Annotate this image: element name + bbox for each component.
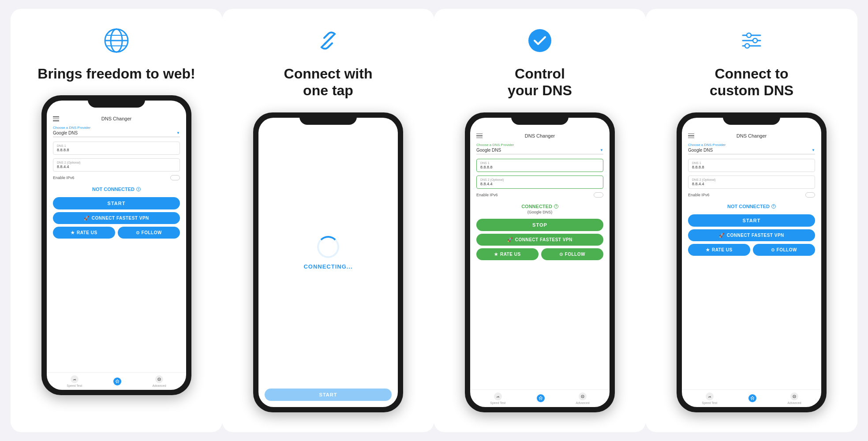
svg-point-16 bbox=[747, 33, 751, 37]
phone-screen-1: DNS Changer Choose a DNS Provider Google… bbox=[47, 101, 186, 390]
nav-advanced-3[interactable]: Advanced bbox=[576, 392, 590, 404]
follow-button-4[interactable]: ⊙ FOLLOW bbox=[753, 244, 815, 256]
nav-home-1[interactable] bbox=[113, 377, 121, 385]
card-freedom-title: Brings freedom to web! bbox=[37, 65, 195, 82]
app-title-3: DNS Changer bbox=[525, 133, 555, 138]
rocket-icon-4: 🚀 bbox=[719, 233, 725, 238]
app-header-3: DNS Changer bbox=[476, 133, 603, 138]
dns2-field-4: DNS 2 (Optional) 8.8.4.4 bbox=[688, 176, 815, 189]
connected-text-3: CONNECTED ? bbox=[521, 204, 558, 209]
star-icon-4: ★ bbox=[706, 247, 710, 252]
rocket-icon-1: 🚀 bbox=[84, 216, 90, 220]
dns-select-arrow-3: ▼ bbox=[600, 148, 603, 152]
star-icon-1: ★ bbox=[71, 230, 75, 235]
speedtest-icon-3 bbox=[494, 392, 502, 400]
bottom-nav-4: Speed Test Advanced bbox=[682, 389, 821, 407]
rocket-icon-3: 🚀 bbox=[507, 237, 513, 242]
status-info-1: ? bbox=[136, 187, 141, 191]
ipv6-toggle-3[interactable] bbox=[594, 192, 603, 198]
dns1-field-3: DNS 1 8.8.8.8 bbox=[476, 159, 603, 172]
connection-sub-3: (Google DNS) bbox=[476, 210, 603, 214]
dns-select-1[interactable]: Google DNS ▼ bbox=[53, 131, 180, 137]
dns-select-text-3: Google DNS bbox=[476, 148, 501, 153]
menu-icon-1[interactable] bbox=[53, 116, 59, 121]
dns1-field-4: DNS 1 8.8.8.8 bbox=[688, 159, 815, 172]
vpn-button-3[interactable]: 🚀 CONNECT FASTEST VPN bbox=[476, 234, 603, 246]
nav-speedtest-1[interactable]: Speed Test bbox=[67, 375, 82, 387]
dns-select-text-1: Google DNS bbox=[53, 131, 78, 135]
instagram-icon-4: ⊙ bbox=[771, 247, 775, 252]
vpn-button-4[interactable]: 🚀 CONNECT FASTEST VPN bbox=[688, 229, 815, 241]
phone-notch-1 bbox=[88, 95, 145, 108]
follow-button-3[interactable]: ⊙ FOLLOW bbox=[541, 248, 603, 260]
phone-screen-4: DNS Changer Choose a DNS Provider Google… bbox=[682, 118, 821, 407]
rate-button-4[interactable]: ★ RATE US bbox=[688, 244, 750, 256]
start-button-4[interactable]: START bbox=[688, 214, 815, 227]
connecting-center: CONNECTING... bbox=[258, 118, 398, 389]
sliders-icon bbox=[737, 26, 766, 55]
bottom-nav-3: Speed Test Advanced bbox=[470, 389, 610, 407]
start-button-1[interactable]: START bbox=[53, 197, 180, 209]
instagram-icon-1: ⊙ bbox=[136, 230, 140, 235]
dns-provider-label-4: Choose a DNS Provider bbox=[688, 143, 815, 147]
card-dns-title: Controlyour DNS bbox=[508, 65, 572, 99]
svg-point-18 bbox=[745, 44, 749, 48]
menu-icon-4[interactable] bbox=[688, 134, 694, 138]
status-info-4: ? bbox=[771, 204, 776, 209]
card-freedom: Brings freedom to web! DNS Changer Choos… bbox=[11, 9, 222, 432]
btn-row-4: ★ RATE US ⊙ FOLLOW bbox=[688, 244, 815, 256]
svg-point-21 bbox=[794, 396, 795, 397]
app-header-1: DNS Changer bbox=[53, 116, 180, 121]
dns-select-text-4: Google DNS bbox=[688, 148, 713, 153]
dns-select-arrow-4: ▼ bbox=[812, 148, 815, 152]
nav-home-3[interactable] bbox=[537, 394, 545, 402]
dns2-field-1: DNS 2 (Optional) 8.8.4.4 bbox=[53, 158, 180, 172]
dns1-field-1: DNS 1 8.8.8.8 bbox=[53, 142, 180, 155]
follow-button-1[interactable]: ⊙ FOLLOW bbox=[118, 227, 180, 239]
nav-home-4[interactable] bbox=[748, 394, 756, 402]
phone-notch-3 bbox=[511, 112, 569, 125]
nav-advanced-4[interactable]: Advanced bbox=[788, 392, 801, 404]
ipv6-toggle-1[interactable] bbox=[170, 175, 180, 180]
connecting-btn-area: START bbox=[258, 389, 398, 407]
dns-provider-label-3: Choose a DNS Provider bbox=[476, 143, 603, 147]
check-icon bbox=[526, 26, 554, 55]
svg-point-17 bbox=[753, 38, 757, 43]
btn-row-1: ★ RATE US ⊙ FOLLOW bbox=[53, 227, 180, 239]
svg-point-9 bbox=[528, 29, 551, 52]
dns-select-3[interactable]: Google DNS ▼ bbox=[476, 148, 603, 154]
phone-frame-4: DNS Changer Choose a DNS Provider Google… bbox=[677, 112, 827, 412]
nav-speedtest-4[interactable]: Speed Test bbox=[702, 392, 717, 404]
nav-speedtest-3[interactable]: Speed Test bbox=[490, 392, 505, 404]
dns-select-4[interactable]: Google DNS ▼ bbox=[688, 148, 815, 154]
link-icon bbox=[314, 26, 342, 55]
ipv6-toggle-4[interactable] bbox=[805, 192, 815, 198]
ipv6-row-4: Enable IPv6 bbox=[688, 192, 815, 198]
btn-row-3: ★ RATE US ⊙ FOLLOW bbox=[476, 248, 603, 260]
connecting-spinner bbox=[317, 236, 339, 258]
home-icon-4 bbox=[748, 394, 756, 402]
nav-advanced-1[interactable]: Advanced bbox=[153, 375, 166, 387]
dns-select-arrow-1: ▼ bbox=[176, 131, 180, 135]
app-header-4: DNS Changer bbox=[688, 133, 815, 138]
phone-notch-2 bbox=[299, 112, 357, 125]
card-custom-title: Connect tocustom DNS bbox=[710, 65, 793, 99]
not-connected-text-4: NOT CONNECTED ? bbox=[727, 204, 776, 209]
rate-button-1[interactable]: ★ RATE US bbox=[53, 227, 115, 239]
card-connect: Connect withone tap CONNECTING... START bbox=[222, 9, 434, 432]
screenshots-container: Brings freedom to web! DNS Changer Choos… bbox=[0, 0, 868, 441]
phone-screen-3: DNS Changer Choose a DNS Provider Google… bbox=[470, 118, 610, 407]
vpn-button-1[interactable]: 🚀 CONNECT FASTEST VPN bbox=[53, 212, 180, 224]
phone-frame-3: DNS Changer Choose a DNS Provider Google… bbox=[465, 112, 615, 412]
bottom-nav-1: Speed Test Advanced bbox=[47, 372, 186, 390]
start-button-2[interactable]: START bbox=[265, 389, 392, 401]
rate-button-3[interactable]: ★ RATE US bbox=[476, 248, 539, 260]
phone-screen-2: CONNECTING... START bbox=[258, 118, 398, 407]
not-connected-text-1: NOT CONNECTED ? bbox=[92, 187, 141, 192]
connection-status-4: NOT CONNECTED ? bbox=[688, 202, 815, 210]
menu-icon-3[interactable] bbox=[476, 134, 483, 138]
card-dns: Controlyour DNS DNS Changer Choose a DNS… bbox=[434, 9, 646, 432]
advanced-icon-1 bbox=[155, 375, 163, 383]
stop-button-3[interactable]: STOP bbox=[476, 219, 603, 231]
app-title-4: DNS Changer bbox=[737, 133, 767, 138]
